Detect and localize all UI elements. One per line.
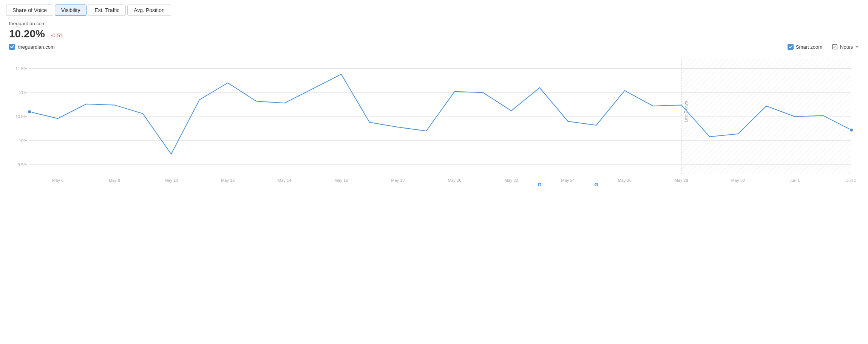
svg-text:G: G: [538, 182, 542, 187]
svg-point-18: [849, 128, 853, 132]
svg-text:May 24: May 24: [561, 178, 575, 183]
metric-row: 10.20% -0.51: [9, 28, 862, 40]
tab-est-traffic[interactable]: Est. Traffic: [88, 5, 126, 16]
notes-button[interactable]: Notes: [827, 44, 859, 50]
svg-text:May 10: May 10: [164, 178, 178, 183]
tab-bar: Share of Voice Visibility Est. Traffic A…: [6, 5, 862, 16]
svg-text:11.5%: 11.5%: [15, 66, 27, 71]
svg-text:May 28: May 28: [675, 178, 688, 183]
svg-text:Jun 1: Jun 1: [789, 178, 800, 183]
notes-icon: [832, 44, 838, 50]
metric-section: theguardian.com 10.20% -0.51: [9, 21, 862, 40]
svg-text:May 18: May 18: [391, 178, 405, 183]
metric-domain: theguardian.com: [9, 21, 862, 26]
svg-text:10.5%: 10.5%: [15, 114, 27, 119]
svg-text:9.5%: 9.5%: [18, 163, 27, 167]
smart-zoom-label: Smart zoom: [796, 44, 822, 50]
svg-text:May 22: May 22: [505, 178, 518, 183]
chevron-down-icon: [855, 45, 859, 49]
svg-text:11%: 11%: [19, 90, 27, 95]
svg-text:G: G: [595, 182, 598, 187]
tab-avg-position[interactable]: Avg. Position: [127, 5, 171, 16]
svg-point-17: [28, 110, 31, 114]
svg-rect-0: [832, 45, 837, 49]
svg-text:May 14: May 14: [278, 178, 291, 183]
domain-checkbox[interactable]: [9, 44, 15, 50]
chart-wrapper: Last 7 days9.5%10%10.5%11%11.5%May 6May …: [9, 51, 859, 191]
svg-text:May 30: May 30: [731, 178, 745, 183]
smart-zoom-wrap: Smart zoom: [788, 44, 822, 50]
metric-change: -0.51: [50, 32, 63, 38]
svg-text:10%: 10%: [19, 138, 27, 143]
svg-text:May 20: May 20: [448, 178, 461, 183]
tab-visibility[interactable]: Visibility: [55, 5, 86, 16]
legend-row: theguardian.com Smart zoom Notes: [9, 44, 859, 50]
svg-text:May 16: May 16: [334, 178, 348, 183]
metric-value: 10.20%: [9, 28, 45, 40]
line-chart: Last 7 days9.5%10%10.5%11%11.5%May 6May …: [9, 51, 859, 191]
notes-label: Notes: [840, 44, 853, 50]
svg-text:May 12: May 12: [221, 178, 235, 183]
svg-text:May 26: May 26: [618, 178, 632, 183]
svg-text:May 6: May 6: [52, 178, 63, 183]
tab-share-of-voice[interactable]: Share of Voice: [6, 5, 53, 16]
legend-right: Smart zoom Notes: [788, 44, 859, 50]
svg-text:May 8: May 8: [109, 178, 120, 183]
main-container: Share of Voice Visibility Est. Traffic A…: [0, 0, 868, 195]
svg-text:Jun 3: Jun 3: [846, 178, 857, 183]
legend-domain-label: theguardian.com: [18, 44, 55, 50]
legend-left: theguardian.com: [9, 44, 55, 50]
smart-zoom-checkbox[interactable]: [788, 44, 794, 50]
